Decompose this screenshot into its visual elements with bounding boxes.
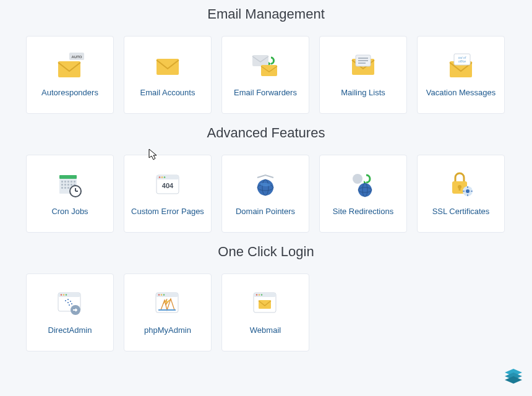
svg-point-64 [71,303,72,304]
card-label: Mailing Lists [341,88,385,98]
phpmyadmin-icon [152,290,183,318]
svg-point-37 [164,176,166,178]
help-widget-icon[interactable] [500,361,527,391]
card-cron-jobs[interactable]: Cron Jobs [26,155,114,233]
card-email-forwarders[interactable]: Email Forwarders [221,36,309,114]
cron-jobs-icon [54,171,85,199]
svg-rect-15 [59,175,77,179]
svg-point-35 [159,176,161,178]
svg-point-43 [358,183,372,197]
svg-rect-18 [64,181,66,183]
card-label: phpMyAdmin [144,325,191,336]
card-custom-error-pages[interactable]: 404 Custom Error Pages [124,155,212,233]
card-label: SSL Certificates [432,207,490,217]
card-email-accounts[interactable]: Email Accounts [124,36,212,114]
svg-rect-78 [259,300,271,309]
svg-rect-29 [67,187,69,189]
card-label: Domain Pointers [236,207,295,217]
svg-rect-48 [459,187,461,191]
svg-point-42 [353,174,363,184]
svg-text:AUTO: AUTO [72,55,82,59]
card-vacation-messages[interactable]: out of office Vacation Messages [417,36,505,114]
card-ssl-certificates[interactable]: SSL Certificates [417,155,505,233]
card-label: DirectAdmin [48,325,92,336]
card-label: Custom Error Pages [131,207,204,217]
grid-one-click-login: DirectAdmin phpMyAdmin Webmail [0,273,532,351]
svg-point-75 [256,294,257,295]
card-label: Email Accounts [140,88,195,98]
ssl-certificates-icon [445,171,476,199]
svg-point-60 [65,300,66,301]
email-forwarders-icon [250,52,281,80]
svg-point-59 [66,294,67,295]
svg-rect-20 [71,181,72,183]
svg-point-50 [466,189,470,193]
svg-rect-21 [74,181,75,183]
card-label: Email Forwarders [234,88,297,98]
svg-rect-24 [67,184,69,186]
svg-point-57 [61,294,62,295]
svg-rect-22 [61,184,63,186]
grid-advanced-features: Cron Jobs 404 Custom Error Pages Domain … [0,155,532,233]
svg-rect-27 [61,187,63,189]
card-autoresponders[interactable]: AUTO Autoresponders [26,36,114,114]
svg-text:office: office [458,59,466,63]
custom-error-pages-icon: 404 [152,171,183,199]
svg-point-71 [163,294,165,295]
svg-point-70 [161,294,162,295]
svg-rect-28 [64,187,66,189]
card-domain-pointers[interactable]: Domain Pointers [221,155,309,233]
svg-point-61 [67,299,69,300]
section-title-one-click-login: One Click Login [0,244,532,260]
webmail-icon [250,290,281,318]
svg-point-58 [63,294,64,295]
svg-rect-17 [61,181,63,183]
card-directadmin[interactable]: DirectAdmin [26,273,114,351]
svg-rect-3 [157,59,179,75]
card-phpmyadmin[interactable]: phpMyAdmin [124,273,212,351]
svg-rect-19 [67,181,69,183]
svg-rect-5 [261,65,277,76]
card-site-redirections[interactable]: Site Redirections [319,155,407,233]
directadmin-icon [54,290,85,318]
card-label: Site Redirections [333,207,393,217]
svg-point-77 [261,294,262,295]
card-mailing-lists[interactable]: Mailing Lists [319,36,407,114]
section-title-email-management: Email Management [0,6,532,22]
site-redirections-icon [348,171,379,199]
vacation-messages-icon: out of office [445,52,476,80]
svg-point-65 [69,304,70,306]
grid-email-management: AUTO Autoresponders Email Accounts [0,36,532,114]
svg-point-36 [161,176,163,178]
svg-point-63 [67,302,69,303]
mailing-lists-icon [348,52,379,80]
autoresponders-icon: AUTO [54,52,85,80]
card-label: Cron Jobs [51,207,88,217]
svg-rect-4 [252,55,268,66]
section-title-advanced-features: Advanced Features [0,125,532,141]
svg-point-76 [259,294,260,295]
svg-rect-25 [71,184,72,186]
svg-rect-23 [64,184,66,186]
card-label: Vacation Messages [426,88,496,98]
svg-rect-2 [58,61,80,77]
domain-pointers-icon [250,171,281,199]
svg-point-62 [70,301,71,302]
card-webmail[interactable]: Webmail [221,273,309,351]
email-accounts-icon [152,52,183,80]
svg-text:404: 404 [162,182,174,189]
card-label: Autoresponders [41,88,98,98]
svg-point-69 [158,294,160,295]
svg-point-39 [257,179,273,196]
card-label: Webmail [250,325,281,336]
